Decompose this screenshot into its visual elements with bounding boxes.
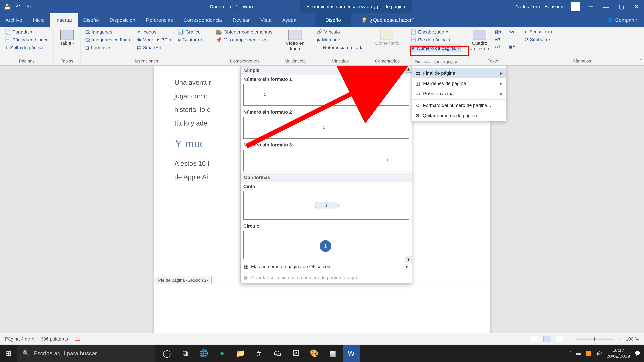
action-center-icon[interactable]: 💬 <box>635 351 641 356</box>
word-icon[interactable]: W <box>343 345 360 362</box>
date-time-icon[interactable]: ▭ <box>507 36 516 42</box>
tab-insert[interactable]: Insertar <box>50 13 78 27</box>
store-icon[interactable]: 🛍 <box>269 345 286 362</box>
save-icon[interactable]: 💾 <box>4 3 11 10</box>
get-addins-button[interactable]: 🏬 Obtener complementos <box>215 28 274 35</box>
icons-button[interactable]: ✦ Iconos <box>136 28 172 35</box>
gallery-scroll-up-icon[interactable]: ▴ <box>405 66 412 72</box>
tab-mail[interactable]: Correspondencia <box>178 13 227 27</box>
object-icon[interactable]: ▣▾ <box>507 43 516 50</box>
blank-page-button[interactable]: 📄 Página en blanco <box>3 36 50 43</box>
print-layout-icon[interactable] <box>544 336 551 342</box>
photos-icon[interactable]: 🖼 <box>288 345 304 362</box>
chevron-right-icon: ▸ <box>500 70 502 76</box>
footer-button[interactable]: 📄 Pie de página <box>409 36 461 43</box>
qat-more-icon[interactable]: ▾ <box>36 3 43 10</box>
tray-chevron-icon[interactable]: ˄ <box>569 351 572 356</box>
page-indicator[interactable]: Página 4 de 4 <box>5 336 34 342</box>
paint3d-icon[interactable]: 🎨 <box>306 345 323 362</box>
tab-help[interactable]: Ayuda <box>277 13 302 27</box>
tab-layout[interactable]: Disposición <box>104 13 140 27</box>
signature-line-icon[interactable]: ✎▾ <box>507 28 516 35</box>
bookmark-button[interactable]: ▶ Marcador <box>315 36 365 43</box>
tell-me-search[interactable]: 💡 ¿Qué desea hacer? <box>361 13 414 27</box>
cross-ref-button[interactable]: ↔ Referencia cruzada <box>315 44 365 51</box>
menu-bottom-of-page[interactable]: ▤Final de página▸ <box>412 68 506 78</box>
gallery-item-preview-circle[interactable]: 1 <box>243 231 409 259</box>
web-layout-icon[interactable] <box>556 336 563 342</box>
task-view-icon[interactable]: ⧉ <box>177 345 194 362</box>
volume-icon[interactable]: 🔊 <box>596 351 602 356</box>
header-button[interactable]: 📄 Encabezado <box>409 28 461 35</box>
redo-icon[interactable]: ↻ <box>26 3 32 10</box>
zoom-level[interactable]: 100 % <box>626 336 639 342</box>
clock[interactable]: 18:17 20/09/2019 <box>606 347 630 360</box>
online-pictures-button[interactable]: 🖼 Imágenes en línea <box>84 36 132 43</box>
tab-home[interactable]: Inicio <box>28 13 50 27</box>
user-name[interactable]: Carlos Ferrer-Bonsoms <box>515 4 564 9</box>
user-avatar-icon[interactable] <box>571 2 580 11</box>
gallery-item-preview-3[interactable]: 1 <box>243 150 409 171</box>
comment-button[interactable]: Comentario <box>375 40 400 46</box>
start-button[interactable]: ⊞ <box>0 345 18 362</box>
spellcheck-icon[interactable]: 📖 <box>75 336 80 342</box>
tab-context-design[interactable]: Diseño <box>315 13 351 27</box>
footer-section-tag[interactable]: Pie de página -Sección 2- <box>155 276 212 284</box>
tab-review[interactable]: Revisar <box>227 13 255 27</box>
spotify-icon[interactable]: ● <box>214 345 230 362</box>
zoom-slider[interactable] <box>576 339 613 340</box>
link-button[interactable]: 🔗 Vínculo <box>315 28 365 35</box>
minimize-icon[interactable]: — <box>602 3 610 10</box>
chrome-icon[interactable]: 🌐 <box>195 345 212 362</box>
gallery-item-preview-2[interactable]: 1 <box>243 117 409 139</box>
gallery-item-preview-1[interactable]: 1 <box>243 84 409 106</box>
smartart-button[interactable]: ▤ SmartArt <box>136 44 172 51</box>
gallery-scroll-down-icon[interactable]: ▾ <box>405 256 412 263</box>
page-number-button[interactable]: ＃ Número de página <box>409 44 461 52</box>
page-break-button[interactable]: ⤓ Salto de página <box>3 44 50 51</box>
slack-icon[interactable]: # <box>250 345 267 362</box>
cover-page-button[interactable]: 📄 Portada <box>3 28 50 35</box>
zoom-out-icon[interactable]: − <box>568 336 571 342</box>
wifi-icon[interactable]: 📶 <box>586 351 591 356</box>
tab-design[interactable]: Diseño <box>78 13 104 27</box>
wordart-icon[interactable]: A▾ <box>494 36 503 42</box>
tab-view[interactable]: Vista <box>255 13 277 27</box>
text-box-button[interactable]: Cuadro de texto <box>470 40 490 51</box>
gallery-item-preview-ribbon[interactable]: 1 <box>243 191 409 220</box>
3d-models-button[interactable]: ◉ Modelos 3D <box>136 36 172 43</box>
screenshot-button[interactable]: ⎙ Captura <box>176 36 204 43</box>
read-mode-icon[interactable] <box>531 336 538 342</box>
zoom-in-icon[interactable]: + <box>618 336 620 342</box>
tab-references[interactable]: Referencias <box>141 13 178 27</box>
share-button[interactable]: 👤 Compartir <box>600 13 644 27</box>
menu-remove-numbers[interactable]: ✖Quitar números de página <box>412 110 506 121</box>
menu-page-margins[interactable]: ▥Márgenes de página▸ <box>412 78 506 88</box>
chart-button[interactable]: 📊 Gráfico <box>176 28 204 35</box>
undo-icon[interactable]: ↶ <box>15 3 22 10</box>
menu-top-of-page[interactable]: ▤Principio de página▸ <box>412 66 506 68</box>
table-button[interactable]: Tabla <box>60 40 74 46</box>
menu-format-number[interactable]: ⚙Formato del número de página... <box>412 100 506 110</box>
drop-cap-icon[interactable]: A▾ <box>494 43 503 50</box>
battery-icon[interactable]: ▬ <box>576 351 581 356</box>
tab-file[interactable]: Archivo <box>0 13 28 27</box>
ribbon-display-icon[interactable]: ▭ <box>587 3 595 10</box>
maximize-icon[interactable]: ▢ <box>617 3 626 10</box>
collapse-ribbon-icon[interactable]: ˄ <box>639 58 641 64</box>
more-from-office-button[interactable]: ▦ Más números de página de Office.com ▸ <box>241 261 412 272</box>
word-count[interactable]: 686 palabras <box>41 336 68 342</box>
close-icon[interactable]: ✕ <box>632 3 641 10</box>
symbol-button[interactable]: Ω Símbolo <box>523 36 554 43</box>
calculator-icon[interactable]: ▦ <box>324 345 341 362</box>
cortana-icon[interactable]: ◯ <box>158 345 175 362</box>
taskbar-search[interactable]: 🔍 Escribe aquí para buscar <box>18 345 155 362</box>
equation-button[interactable]: π Ecuación <box>523 28 554 35</box>
my-addins-button[interactable]: 📌 Mis complementos <box>215 36 274 43</box>
menu-current-position[interactable]: ▭Posición actual▸ <box>412 88 506 99</box>
shapes-button[interactable]: ◻ Formas <box>84 44 132 51</box>
quick-parts-icon[interactable]: ▦▾ <box>494 28 503 35</box>
explorer-icon[interactable]: 📁 <box>232 345 249 362</box>
online-video-button[interactable]: Vídeo en línea <box>282 40 308 51</box>
pictures-button[interactable]: 🖼 Imágenes <box>84 28 132 35</box>
